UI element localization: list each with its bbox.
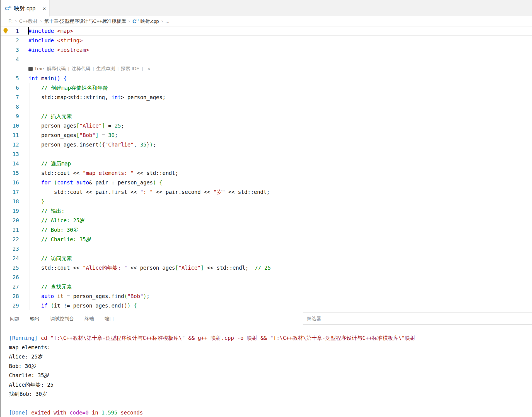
hint-separator: |: [117, 64, 119, 74]
breadcrumb-item[interactable]: 第十章-泛型程序设计与C++标准模板库: [44, 18, 126, 25]
code-text: std::map<std::string, int> person_ages;: [19, 92, 166, 102]
code-token: {: [159, 179, 162, 186]
code-line[interactable]: 20 // Alice: 25岁: [1, 216, 532, 225]
code-text: for (const auto& pair : person_ages) {: [19, 178, 163, 187]
hint-separator: |: [93, 64, 94, 74]
output-line: Charlie: 35岁: [9, 371, 532, 380]
panel-tab-output[interactable]: 输出: [30, 314, 40, 324]
line-number: 2: [1, 36, 19, 45]
code-text: int main() {: [19, 74, 67, 83]
code-token: ": ": [140, 189, 153, 195]
hint-action[interactable]: 解释代码: [47, 64, 66, 74]
code-line[interactable]: 28 auto it = person_ages.find("Bob");: [1, 291, 532, 301]
code-token: ): [143, 293, 146, 299]
output-segment: 1.595: [101, 409, 117, 416]
code-text: // 插入元素: [19, 111, 72, 121]
hint-action[interactable]: 探索 IDE: [121, 64, 139, 74]
hint-close-icon[interactable]: ×: [147, 64, 151, 74]
code-text: person_ages.insert({"Charlie", 35});: [19, 140, 156, 149]
line-number: 15: [1, 168, 19, 178]
tab-close-icon[interactable]: ×: [43, 6, 46, 11]
code-token: > person_ages;: [121, 94, 166, 100]
panel-tab-terminal[interactable]: 终端: [84, 314, 95, 324]
output-segment: seconds: [117, 409, 143, 416]
code-line[interactable]: 14 // 遍历map: [1, 159, 532, 168]
code-line[interactable]: 24 // 访问元素: [1, 253, 532, 263]
code-line[interactable]: 15 std::cout << "map elements: " << std:…: [1, 168, 532, 178]
code-token: << person_ages: [127, 265, 175, 271]
breadcrumb-item-label: ...: [165, 18, 169, 24]
code-token: (: [54, 179, 57, 186]
code-token: 35: [140, 142, 146, 148]
lightbulb-icon[interactable]: [3, 28, 9, 34]
code-line[interactable]: 5int main() {: [1, 74, 532, 83]
code-line[interactable]: 18 }: [1, 197, 532, 206]
code-line[interactable]: 26: [1, 272, 532, 282]
code-line[interactable]: 10 person_ages["Alice"] = 25;: [1, 121, 532, 130]
panel-tab-problems[interactable]: 问题: [9, 314, 20, 324]
code-line[interactable]: 12 person_ages.insert({"Charlie", 35});: [1, 140, 532, 149]
code-token: if: [41, 303, 48, 309]
code-line[interactable]: 23: [1, 244, 532, 253]
code-line[interactable]: 29 if (it != person_ages.end()) {: [1, 301, 532, 310]
inline-hint-row[interactable]: Trae:解释代码|注释代码|生成单测|探索 IDE|×: [1, 64, 532, 74]
output-console[interactable]: [Running] cd "f:\C++教材\第十章-泛型程序设计与C++标准模…: [1, 326, 532, 417]
filter-input[interactable]: [303, 313, 532, 325]
code-editor[interactable]: 1#include <map>2#include <string>3#inclu…: [1, 26, 532, 312]
code-line[interactable]: 8: [1, 102, 532, 111]
code-line[interactable]: 19 // 输出:: [1, 206, 532, 216]
code-line[interactable]: 22 // Charlie: 35岁: [1, 235, 532, 244]
code-line[interactable]: 9 // 插入元素: [1, 111, 532, 121]
code-text: std::cout << "map elements: " << std::en…: [19, 168, 178, 178]
code-token: // 输出:: [41, 208, 65, 214]
panel-tab-ports[interactable]: 端口: [104, 314, 115, 324]
code-token: << pair.second <<: [153, 189, 213, 195]
code-line[interactable]: 21 // Bob: 30岁: [1, 225, 532, 235]
line-number: 23: [1, 244, 19, 253]
code-token: =: [105, 123, 115, 129]
code-line[interactable]: 17 std::cout << pair.first << ": " << pa…: [1, 187, 532, 197]
panel-tab-debug-console[interactable]: 调试控制台: [50, 314, 74, 324]
code-token: ;: [115, 132, 118, 138]
breadcrumb-item[interactable]: ...: [165, 18, 169, 24]
code-line[interactable]: 27 // 查找元素: [1, 282, 532, 291]
code-token: // Alice: 25岁: [41, 217, 85, 223]
code-token: auto: [76, 179, 89, 186]
hint-action[interactable]: 生成单测: [96, 64, 115, 74]
code-token: person_ages: [28, 123, 76, 129]
breadcrumb-chevron-icon: ›: [128, 18, 130, 24]
breadcrumb-item[interactable]: C++映射.cpp: [132, 18, 159, 25]
code-line[interactable]: 25 std::cout << "Alice的年龄: " << person_a…: [1, 263, 532, 272]
tab-mapping-cpp[interactable]: C++ 映射.cpp ×: [1, 0, 50, 16]
code-line[interactable]: 16 for (const auto& pair : person_ages) …: [1, 178, 532, 187]
breadcrumb: F:›C++教材›第十章-泛型程序设计与C++标准模板库›C++映射.cpp›.…: [1, 16, 532, 26]
code-line[interactable]: 1#include <map>: [1, 26, 532, 36]
code-line[interactable]: 13: [1, 149, 532, 159]
code-line[interactable]: 2#include <string>: [1, 36, 532, 45]
code-token: // 访问元素: [41, 255, 72, 261]
output-line: Alice的年龄: 25: [9, 380, 532, 390]
output-line: [Done] exited with code=0 in 1.595 secon…: [9, 408, 532, 417]
breadcrumb-item[interactable]: C++教材: [19, 18, 38, 25]
hint-action[interactable]: 注释代码: [71, 64, 90, 74]
code-token: [: [175, 265, 178, 271]
line-number: 17: [1, 187, 19, 197]
output-segment: 找到Bob: 30岁: [9, 391, 47, 397]
code-token: [: [76, 132, 79, 138]
breadcrumb-item-label: 映射.cpp: [140, 18, 159, 25]
code-line[interactable]: 11 person_ages["Bob"] = 30;: [1, 130, 532, 140]
code-line[interactable]: 6 // 创建map存储姓名和年龄: [1, 83, 532, 92]
line-number: 9: [1, 111, 19, 121]
breadcrumb-item[interactable]: F:: [8, 18, 13, 24]
hint-separator: |: [142, 64, 143, 74]
code-line[interactable]: 4: [1, 55, 532, 64]
line-number: 18: [1, 197, 19, 206]
code-line[interactable]: 7 std::map<std::string, int> person_ages…: [1, 92, 532, 102]
code-token: [28, 284, 41, 290]
code-line[interactable]: 3#include <iostream>: [1, 45, 532, 55]
code-token: ]: [201, 265, 204, 271]
code-token: ): [57, 75, 60, 81]
line-number: [1, 64, 19, 74]
code-text: auto it = person_ages.find("Bob");: [19, 291, 150, 301]
code-token: int: [111, 94, 121, 100]
